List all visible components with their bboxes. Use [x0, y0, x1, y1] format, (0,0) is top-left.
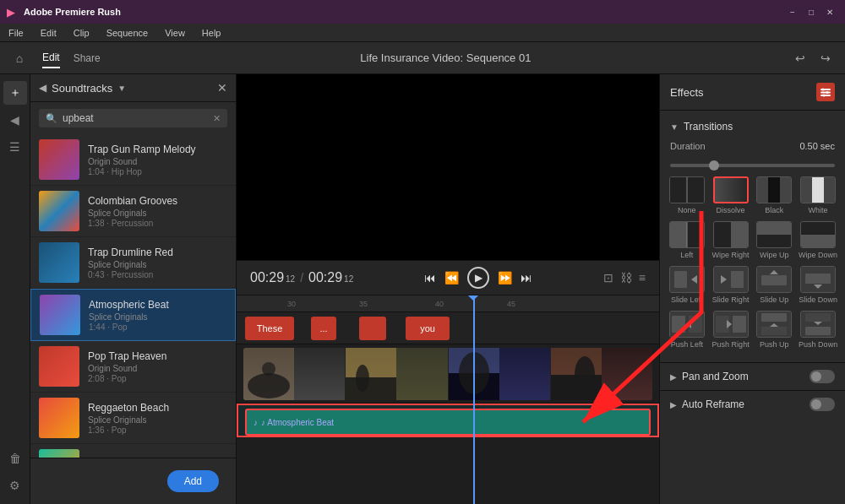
- text-clip-these[interactable]: These: [245, 317, 294, 340]
- window-controls[interactable]: − □ ✕: [784, 5, 838, 19]
- tab-edit[interactable]: Edit: [42, 48, 60, 68]
- undo-button[interactable]: ↩: [791, 49, 810, 68]
- total-time: 00:29: [308, 270, 342, 285]
- menu-help[interactable]: Help: [199, 26, 225, 40]
- link-icon[interactable]: ⛓: [620, 271, 632, 285]
- track-item-1[interactable]: Trap Gun Ramp Melody Origin Sound 1:04 ·…: [30, 134, 236, 186]
- transition-wipe-left[interactable]: Left: [667, 221, 707, 259]
- duration-value: 0.50 sec: [799, 141, 835, 151]
- app-body: ⌂ Edit Share Life Insurance Video: Seque…: [0, 42, 845, 504]
- track-source-3: Splice Originals: [88, 260, 227, 269]
- panel-back-button[interactable]: ◀: [39, 82, 46, 94]
- skip-forward-button[interactable]: ⏭: [521, 271, 532, 285]
- auto-reframe-toggle[interactable]: [810, 398, 835, 411]
- step-back-button[interactable]: ⏪: [444, 271, 459, 285]
- more-icon[interactable]: ≡: [639, 271, 646, 285]
- auto-reframe-row[interactable]: ▶ Auto Reframe: [660, 390, 845, 418]
- text-clip-dots[interactable]: ...: [311, 317, 336, 340]
- app-logo-icon: ▶: [7, 6, 15, 19]
- transitions-label: Transitions: [684, 121, 733, 133]
- menu-edit[interactable]: Edit: [37, 26, 60, 40]
- panel-close-button[interactable]: ✕: [217, 81, 227, 95]
- preview-area: [237, 74, 659, 260]
- transition-wipe-up[interactable]: Wipe Up: [755, 221, 795, 259]
- video-frame-3: [449, 348, 551, 400]
- video-clip[interactable]: [243, 348, 652, 400]
- transition-wipe-right[interactable]: Wipe Right: [711, 221, 751, 259]
- timeline-playhead[interactable]: [473, 295, 475, 504]
- transition-wipe-down[interactable]: Wipe Down: [798, 221, 838, 259]
- track-info-3: Trap Drumline Red Splice Originals 0:43 …: [88, 247, 227, 279]
- duration-slider[interactable]: [670, 164, 835, 167]
- menu-clip[interactable]: Clip: [70, 26, 93, 40]
- effects-header: Effects: [660, 74, 845, 111]
- text-clip-blank[interactable]: [359, 317, 386, 340]
- back-icon[interactable]: ◀: [3, 108, 27, 132]
- track-thumb-6: [39, 398, 79, 438]
- transitions-header[interactable]: ▼ Transitions: [660, 117, 845, 136]
- transition-dissolve[interactable]: Dissolve: [711, 176, 751, 214]
- search-input[interactable]: [63, 112, 208, 124]
- redo-button[interactable]: ↪: [816, 49, 835, 68]
- transition-grid-row1: None Dissolve Black: [660, 176, 845, 221]
- crop-icon[interactable]: ⊡: [603, 271, 613, 285]
- menubar: File Edit Clip Sequence View Help: [0, 24, 845, 42]
- track-item-2[interactable]: Colombian Grooves Splice Originals 1:38 …: [30, 186, 236, 237]
- track-item-3[interactable]: Trap Drumline Red Splice Originals 0:43 …: [30, 237, 236, 289]
- transition-push-down[interactable]: Push Down: [798, 311, 838, 349]
- svg-rect-39: [731, 271, 744, 288]
- menu-sequence[interactable]: Sequence: [103, 26, 152, 40]
- transition-slide-down[interactable]: Slide Down: [798, 266, 838, 304]
- track-source-2: Splice Originals: [88, 209, 227, 218]
- home-icon[interactable]: ⌂: [10, 49, 29, 68]
- transition-push-right-label: Push Right: [712, 340, 750, 349]
- transition-black[interactable]: Black: [755, 176, 795, 214]
- transition-slide-up[interactable]: Slide Up: [755, 266, 795, 304]
- track-item-7[interactable]: Dancehall Hollis: [30, 444, 236, 458]
- track-item-4[interactable]: Atmospheric Beat Splice Originals 1:44 ·…: [30, 289, 236, 341]
- track-duration-4: 1:44 · Pop: [89, 322, 226, 332]
- transition-slide-right[interactable]: Slide Right: [711, 266, 751, 304]
- maximize-button[interactable]: □: [803, 5, 820, 19]
- effects-active-icon[interactable]: [816, 83, 835, 101]
- pan-zoom-label: Pan and Zoom: [682, 371, 810, 382]
- video-frame-1: [243, 348, 346, 400]
- svg-point-1: [248, 373, 290, 398]
- audio-clip[interactable]: ♪ ♪ Atmospheric Beat: [245, 409, 651, 436]
- search-clear-button[interactable]: ✕: [213, 113, 221, 124]
- tab-share[interactable]: Share: [74, 49, 101, 68]
- pan-zoom-toggle[interactable]: [810, 370, 835, 383]
- svg-rect-48: [672, 316, 685, 333]
- transition-slide-right-label: Slide Right: [712, 295, 750, 304]
- menu-file[interactable]: File: [5, 26, 27, 40]
- panel-dropdown-icon[interactable]: ▼: [117, 84, 126, 93]
- transition-push-up[interactable]: Push Up: [755, 311, 795, 349]
- add-media-icon[interactable]: ＋: [3, 81, 27, 105]
- transition-push-left[interactable]: Push Left: [667, 311, 707, 349]
- transition-slide-left[interactable]: Slide Left: [667, 266, 707, 304]
- close-button[interactable]: ✕: [821, 5, 838, 19]
- menu-view[interactable]: View: [161, 26, 188, 40]
- settings-icon[interactable]: ⚙: [3, 474, 27, 497]
- track-duration-3: 0:43 · Percussion: [88, 270, 227, 279]
- ruler-tick-45: 45: [507, 300, 515, 308]
- play-pause-button[interactable]: ▶: [467, 267, 489, 289]
- transition-push-right[interactable]: Push Right: [711, 311, 751, 349]
- pan-zoom-row[interactable]: ▶ Pan and Zoom: [660, 362, 845, 390]
- delete-icon[interactable]: 🗑: [3, 447, 27, 470]
- svg-rect-32: [757, 235, 791, 247]
- text-clip-you[interactable]: you: [406, 317, 450, 340]
- transition-none[interactable]: None: [667, 176, 707, 214]
- track-item-5[interactable]: Pop Trap Heaven Origin Sound 2:08 · Pop: [30, 341, 236, 393]
- browse-icon[interactable]: ☰: [3, 135, 27, 159]
- track-source-5: Origin Sound: [88, 364, 227, 373]
- step-forward-button[interactable]: ⏩: [498, 271, 512, 285]
- minimize-button[interactable]: −: [784, 5, 801, 19]
- panel-header-left: ◀ Soundtracks ▼: [39, 82, 126, 95]
- add-button[interactable]: Add: [167, 470, 219, 492]
- transition-white[interactable]: White: [798, 176, 838, 214]
- skip-back-button[interactable]: ⏮: [424, 271, 436, 285]
- track-item-6[interactable]: Reggaeton Beach Splice Originals 1:36 · …: [30, 393, 236, 444]
- track-info-1: Trap Gun Ramp Melody Origin Sound 1:04 ·…: [88, 144, 227, 176]
- svg-rect-61: [805, 313, 831, 322]
